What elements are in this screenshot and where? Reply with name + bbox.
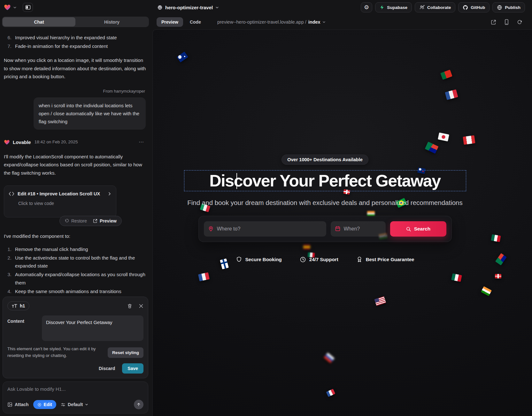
restore-icon bbox=[65, 219, 69, 223]
feature-support: 24/7 Support bbox=[300, 256, 338, 263]
attach-button[interactable]: Attach bbox=[7, 402, 29, 407]
flag-au-icon bbox=[177, 51, 189, 62]
list-item: 1.Remove the manual click handling bbox=[4, 245, 146, 253]
shield-icon bbox=[236, 256, 242, 263]
arrow-up-icon bbox=[136, 402, 141, 407]
hero-title[interactable]: Discover Your Perfect Getaway bbox=[209, 171, 440, 190]
assistant-paragraph: I'll modify the LocationScroll component… bbox=[4, 153, 146, 177]
project-menu[interactable]: hero-optimizer-travel bbox=[157, 0, 219, 15]
supabase-button[interactable]: Supabase bbox=[375, 2, 412, 12]
publish-button[interactable]: Publish bbox=[492, 2, 525, 12]
image-icon bbox=[7, 402, 12, 407]
flag-fr-icon bbox=[445, 89, 458, 100]
chevron-down-icon bbox=[85, 403, 88, 406]
preview-version-button[interactable]: Preview bbox=[93, 218, 117, 223]
list-item: 4.Keep the same smooth animations and tr… bbox=[4, 287, 146, 295]
reset-styling-button[interactable]: Reset styling bbox=[108, 347, 143, 358]
h1-selection-outline: Discover Your Perfect Getaway bbox=[184, 170, 466, 191]
message-menu-button[interactable]: ⋯ bbox=[137, 138, 146, 147]
preview-pane: Preview Code preview--hero-optimizer-tra… bbox=[151, 15, 532, 416]
url-host: preview--hero-optimizer-travel.lovable.a… bbox=[217, 19, 306, 25]
url-page: index bbox=[308, 19, 320, 25]
list-item: 6.Improved visual hierarchy in the expan… bbox=[4, 34, 146, 42]
chevron-down-icon[interactable] bbox=[13, 6, 17, 9]
sidebar-toggle-button[interactable] bbox=[23, 3, 33, 12]
edit-mode-toggle[interactable]: Edit bbox=[33, 400, 56, 409]
edit-card-title: Edit #18 • Improve Location Scroll UX bbox=[18, 190, 100, 198]
where-to-input[interactable] bbox=[204, 221, 326, 237]
flag-ru-icon bbox=[324, 352, 335, 363]
flag-pt-icon bbox=[440, 70, 452, 80]
destinations-badge: Over 1000+ Destinations Available bbox=[281, 155, 368, 165]
element-tag-pill[interactable]: h1 bbox=[7, 301, 29, 310]
chat-sidebar: Chat History 6.Improved visual hierarchy… bbox=[0, 15, 151, 416]
element-editor-panel: h1 Content Discover Your Perfect Getaway… bbox=[3, 297, 148, 378]
flag-ch-icon bbox=[495, 274, 501, 278]
flag-fr-icon bbox=[198, 272, 210, 281]
assistant-paragraph: I've modified the component to: bbox=[4, 232, 146, 240]
element-tag-label: h1 bbox=[20, 303, 25, 308]
tab-chat[interactable]: Chat bbox=[3, 17, 75, 26]
chat-input[interactable] bbox=[7, 386, 143, 392]
text-caret bbox=[236, 173, 237, 189]
search-bar: Search bbox=[198, 216, 452, 242]
lovable-logo-icon[interactable] bbox=[4, 4, 11, 11]
flag-za-icon bbox=[495, 253, 507, 266]
preview-viewport[interactable]: Over 1000+ Destinations Available Discov… bbox=[152, 29, 532, 416]
feature-row: Secure Booking 24/7 Support Best Price G… bbox=[181, 256, 469, 263]
collaborate-button[interactable]: Collaborate bbox=[415, 2, 455, 12]
supabase-bolt-icon bbox=[380, 5, 384, 10]
mobile-view-icon[interactable] bbox=[504, 19, 509, 25]
delete-element-icon[interactable] bbox=[127, 303, 132, 309]
assistant-message-header: Lovable 18:42 on Feb 20, 2025 ⋯ bbox=[4, 138, 146, 147]
assistant-list-top: 6.Improved visual hierarchy in the expan… bbox=[4, 34, 146, 50]
assistant-list-main: 1.Remove the manual click handling 2.Use… bbox=[4, 245, 146, 295]
chat-composer: Attach Edit Default bbox=[3, 382, 148, 413]
publish-globe-icon bbox=[497, 5, 502, 10]
github-icon bbox=[463, 5, 468, 10]
chevron-down-icon bbox=[322, 20, 326, 24]
code-icon bbox=[9, 192, 14, 196]
flag-mx-icon bbox=[491, 234, 501, 242]
award-icon bbox=[356, 256, 363, 263]
location-pin-icon bbox=[208, 226, 214, 232]
feature-secure-booking: Secure Booking bbox=[236, 256, 282, 263]
list-item: 2.Use the activeIndex state to control b… bbox=[4, 254, 146, 270]
message-author-label: From harrymckayroper bbox=[4, 88, 146, 95]
sliders-icon bbox=[61, 402, 66, 407]
github-button[interactable]: GitHub bbox=[458, 2, 490, 12]
panel-left-icon bbox=[25, 5, 31, 10]
content-label: Content bbox=[7, 315, 42, 341]
open-in-new-icon[interactable] bbox=[491, 19, 496, 25]
chat-scroll[interactable]: 6.Improved visual hierarchy in the expan… bbox=[0, 27, 151, 295]
lovable-heart-icon bbox=[4, 140, 10, 145]
tab-history[interactable]: History bbox=[75, 17, 148, 26]
refresh-icon[interactable] bbox=[517, 19, 522, 25]
send-button[interactable] bbox=[134, 400, 143, 409]
tab-code[interactable]: Code bbox=[185, 17, 206, 27]
edit-card-subtitle: Click to view code bbox=[9, 200, 112, 208]
feature-best-price: Best Price Guarantee bbox=[356, 256, 414, 263]
content-textarea[interactable]: Discover Your Perfect Getaway bbox=[42, 315, 143, 341]
assistant-name: Lovable bbox=[13, 138, 31, 146]
preview-url[interactable]: preview--hero-optimizer-travel.lovable.a… bbox=[217, 19, 326, 25]
mode-selector[interactable]: Default bbox=[61, 402, 88, 407]
project-title: hero-optimizer-travel bbox=[165, 5, 213, 10]
list-item: 3.Automatically expand/collapse location… bbox=[4, 270, 146, 286]
settings-button[interactable]: ⚙ bbox=[361, 2, 372, 12]
external-link-icon bbox=[93, 219, 97, 223]
close-icon[interactable] bbox=[139, 304, 143, 308]
edit-version-card[interactable]: Edit #18 • Improve Location Scroll UX Cl… bbox=[4, 185, 116, 217]
save-button[interactable]: Save bbox=[122, 363, 143, 374]
search-icon bbox=[406, 226, 411, 232]
calendar-icon bbox=[335, 226, 341, 231]
discard-button[interactable]: Discard bbox=[95, 363, 119, 374]
preview-toolbar: Preview Code preview--hero-optimizer-tra… bbox=[151, 15, 532, 29]
tab-preview[interactable]: Preview bbox=[157, 17, 183, 27]
search-button[interactable]: Search bbox=[390, 221, 446, 237]
clock-icon bbox=[300, 256, 306, 263]
restore-button[interactable]: Restore bbox=[65, 218, 87, 223]
users-icon bbox=[419, 5, 425, 10]
styling-note: This element can't be styled. You can ed… bbox=[7, 346, 108, 359]
flag-mx-icon bbox=[451, 273, 462, 282]
